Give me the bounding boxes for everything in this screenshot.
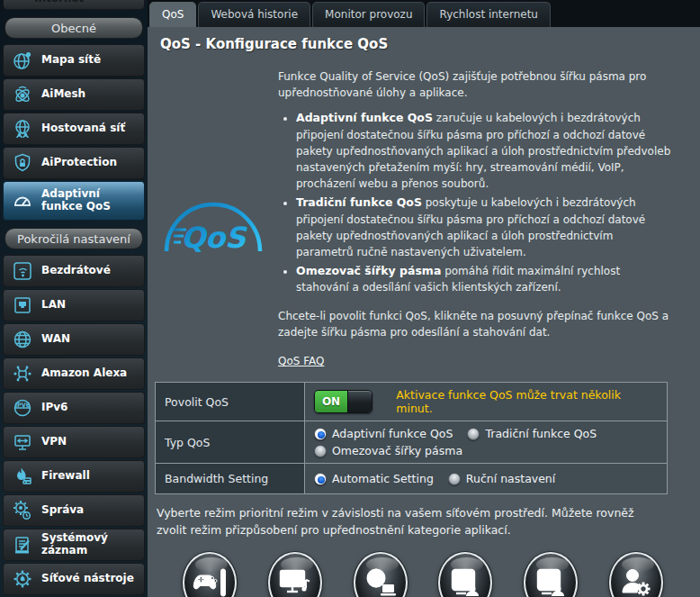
sidebar-section-general: Obecné: [4, 17, 143, 39]
sidebar-item-label: Amazon Alexa: [41, 367, 127, 380]
sidebar-item-label: WAN: [41, 333, 70, 346]
table-row-qos-type: Typ QoS Adaptivní funkce QoS Tradiční fu…: [156, 421, 668, 464]
ipv6-globe-icon: IPV6: [11, 397, 34, 419]
radio-manual-setting[interactable]: Ruční nastavení: [448, 472, 555, 485]
tab-bar: QoS Webová historie Monitor provozu Rych…: [148, 0, 700, 27]
sidebar-item-label: Hostovaná síť: [41, 122, 125, 135]
sidebar-item-network-tools[interactable]: Síťové nástroje: [3, 563, 145, 595]
content-panel: QoS - Konfigurace funkce QoS QoS: [148, 27, 700, 597]
svg-text:QoS: QoS: [180, 221, 247, 255]
bullet-bandwidth-limiter: Omezovač šířky pásma pomáhá řídit maximá…: [296, 263, 673, 296]
sidebar-item-label: VPN: [41, 436, 67, 448]
sidebar-item-label: Správa: [41, 504, 84, 517]
tab-label: Monitor provozu: [325, 8, 412, 21]
sidebar-item-internet-clipped[interactable]: Internet: [3, 0, 145, 10]
qos-type-label: Typ QoS: [156, 421, 305, 464]
activation-warning: Aktivace funkce QoS může trvat několik m…: [396, 388, 658, 415]
media-streaming-icon: [268, 552, 322, 597]
radio-button: [467, 428, 480, 440]
qos-settings-table: Povolit QoS ON Aktivace funkce QoS může …: [155, 382, 668, 494]
guest-network-icon: [11, 118, 34, 140]
sidebar-item-administration[interactable]: Správa: [3, 494, 145, 527]
mode-customize[interactable]: Customize: [594, 552, 678, 597]
page-title: QoS - Konfigurace funkce QoS: [148, 27, 700, 58]
customize-icon: [609, 552, 663, 597]
web-browsing-icon: [354, 552, 408, 597]
table-row-enable-qos: Povolit QoS ON Aktivace funkce QoS může …: [156, 383, 668, 421]
sidebar-item-label: Internet: [34, 0, 144, 5]
radio-adaptive-qos[interactable]: Adaptivní funkce QoS: [314, 427, 453, 440]
radio-button: [314, 445, 327, 457]
tab-traffic-monitor[interactable]: Monitor provozu: [312, 2, 425, 27]
toggle-knob: [347, 391, 372, 412]
ethernet-port-icon: [11, 294, 34, 316]
sidebar-item-lan[interactable]: LAN: [3, 289, 145, 321]
mode-selection-hint: Vyberte režim prioritní režim v závislos…: [148, 494, 700, 539]
sidebar-item-label: Systémový záznam: [41, 532, 139, 557]
sidebar-item-wireless[interactable]: Bezdrátové: [3, 255, 145, 287]
tab-label: Webová historie: [211, 8, 298, 21]
mode-web-browsing[interactable]: Prohazení webu: [338, 552, 423, 597]
sidebar-item-label: AiMesh: [41, 88, 85, 101]
sidebar-item-label: Adaptivní funkce QoS: [41, 188, 139, 213]
qos-description: Funkce Quality of Service (QoS) zajišťuj…: [278, 61, 700, 373]
qos-bullet-list: Adaptivní funkce QoS zaručuje u kabelový…: [296, 110, 673, 295]
tab-label: Rychlost internetu: [439, 8, 537, 21]
alexa-network-icon: [11, 363, 34, 384]
vpn-monitor-icon: [11, 431, 34, 453]
mode-games[interactable]: Hry: [167, 552, 252, 597]
sidebar-item-vpn[interactable]: VPN: [3, 426, 145, 458]
radio-bandwidth-limiter[interactable]: Omezovač šířky pásma: [314, 444, 462, 457]
sidebar-item-network-map[interactable]: Mapa sítě: [3, 44, 145, 77]
sidebar-item-wan[interactable]: WAN: [3, 323, 145, 356]
radio-automatic-setting[interactable]: Automatic Setting: [314, 472, 434, 485]
globe-icon: [11, 329, 34, 350]
toggle-on-label: ON: [315, 391, 347, 412]
qos-intro-section: QoS Funkce Quality of Service (QoS) zaji…: [148, 58, 700, 373]
sidebar-section-advanced: Pokročilá nastavení: [4, 228, 143, 249]
learn-from-home-icon: [438, 552, 492, 597]
flame-icon: [11, 466, 34, 487]
priority-mode-row: Hry Streamování médií: [148, 539, 700, 597]
enable-qos-label: Povolit QoS: [156, 383, 305, 421]
mode-work-from-home[interactable]: Work-From-Home: [508, 552, 593, 597]
sidebar-item-label: LAN: [41, 299, 66, 312]
qos-speedometer-icon: QoS: [154, 167, 273, 267]
sidebar: Internet Obecné Mapa sítě AiMesh Hostova…: [0, 0, 148, 597]
network-map-icon: [11, 50, 34, 71]
bullet-lead: Tradiční funkce QoS: [296, 195, 422, 209]
qos-toggle[interactable]: ON: [314, 390, 372, 413]
sidebar-item-guest-network[interactable]: Hostovaná síť: [3, 113, 145, 145]
tab-qos[interactable]: QoS: [149, 2, 196, 27]
radio-button: [314, 473, 327, 485]
aimesh-icon: [11, 84, 34, 105]
radio-traditional-qos[interactable]: Tradiční funkce QoS: [467, 427, 597, 440]
system-log-icon: [11, 534, 34, 556]
intro-paragraph: Funkce Quality of Service (QoS) zajišťuj…: [278, 68, 673, 101]
speedometer-icon: [11, 190, 34, 212]
network-tools-icon: [11, 568, 34, 590]
tab-internet-speed[interactable]: Rychlost internetu: [426, 2, 550, 27]
sidebar-item-ipv6[interactable]: IPV6 IPv6: [3, 392, 145, 424]
mode-learn-from-home[interactable]: Learn-From-Home: [423, 552, 507, 597]
sidebar-item-adaptive-qos[interactable]: Adaptivní funkce QoS: [3, 181, 145, 221]
qos-faq-link[interactable]: QoS FAQ: [278, 353, 324, 369]
section-title: Obecné: [51, 22, 96, 35]
svg-text:IPV6: IPV6: [15, 402, 31, 409]
sidebar-item-aiprotection[interactable]: AiProtection: [3, 147, 145, 179]
bullet-lead: Adaptivní funkce QoS: [296, 111, 433, 124]
sidebar-item-label: Bezdrátové: [41, 265, 111, 277]
sidebar-item-label: Firewall: [41, 470, 90, 483]
sidebar-item-amazon-alexa[interactable]: Amazon Alexa: [3, 357, 145, 390]
qos-logo: QoS: [148, 61, 278, 373]
sidebar-item-firewall[interactable]: Firewall: [3, 460, 145, 493]
radio-label: Automatic Setting: [332, 472, 434, 485]
bullet-lead: Omezovač šířky pásma: [296, 264, 441, 277]
sidebar-item-label: IPv6: [41, 402, 67, 414]
sidebar-item-system-log[interactable]: Systémový záznam: [3, 529, 145, 561]
tab-label: QoS: [162, 8, 184, 21]
mode-media-streaming[interactable]: Streamování médií: [253, 552, 337, 597]
table-row-bandwidth-setting: Bandwidth Setting Automatic Setting Ručn…: [156, 464, 668, 494]
sidebar-item-aimesh[interactable]: AiMesh: [3, 78, 145, 111]
tab-web-history[interactable]: Webová historie: [198, 2, 310, 27]
